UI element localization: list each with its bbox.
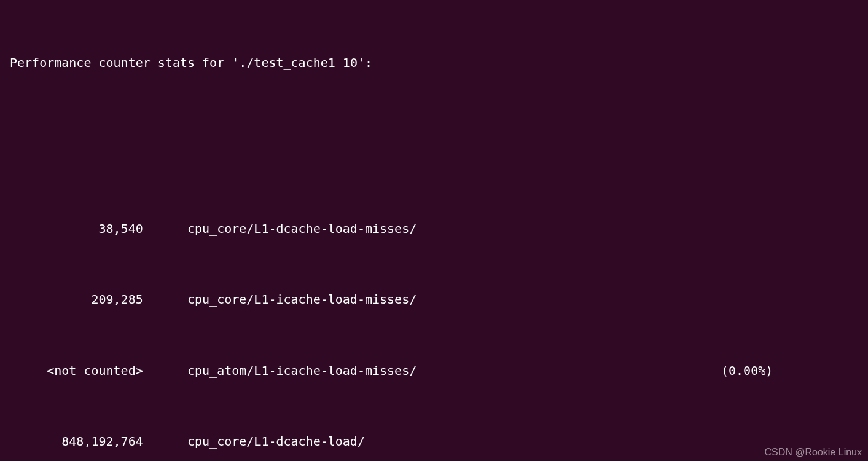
counter-value: 38,540 bbox=[10, 217, 143, 241]
column-gap bbox=[143, 288, 187, 312]
header-text: Performance counter stats for './test_ca… bbox=[10, 51, 372, 75]
counter-row: 209,285cpu_core/L1-icache-load-misses/ bbox=[10, 288, 858, 312]
counter-value: <not counted> bbox=[10, 359, 143, 383]
counter-event: cpu_core/L1-icache-load-misses/ bbox=[187, 288, 416, 312]
counter-value: 848,192,764 bbox=[10, 430, 143, 454]
counter-percent: (0.00%) bbox=[721, 359, 773, 383]
column-gap bbox=[143, 217, 187, 241]
blank-line bbox=[10, 122, 858, 146]
counter-value: 209,285 bbox=[10, 288, 143, 312]
watermark-text: CSDN @Rookie Linux bbox=[764, 447, 862, 457]
counter-event: cpu_core/L1-dcache-load-misses/ bbox=[187, 217, 416, 241]
counter-row: 848,192,764cpu_core/L1-dcache-load/ bbox=[10, 430, 858, 454]
column-gap bbox=[143, 359, 187, 383]
counter-row: 38,540cpu_core/L1-dcache-load-misses/ bbox=[10, 217, 858, 241]
terminal-output: Performance counter stats for './test_ca… bbox=[0, 0, 868, 461]
header-line: Performance counter stats for './test_ca… bbox=[10, 51, 858, 75]
column-gap bbox=[143, 430, 187, 454]
counter-event: cpu_atom/L1-icache-load-misses/ bbox=[187, 359, 416, 383]
counter-event: cpu_core/L1-dcache-load/ bbox=[187, 430, 365, 454]
counter-row: <not counted>cpu_atom/L1-icache-load-mis… bbox=[10, 359, 858, 383]
